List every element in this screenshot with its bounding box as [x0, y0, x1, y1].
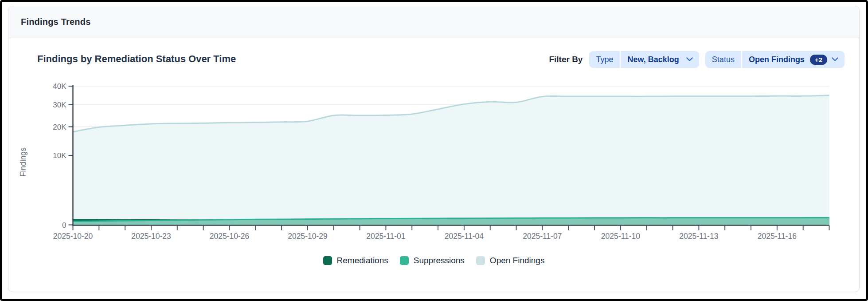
svg-text:2025-11-07: 2025-11-07: [523, 232, 562, 241]
svg-text:40K: 40K: [53, 82, 66, 91]
open-findings-area: [73, 95, 829, 225]
x-axis: 2025-10-202025-10-232025-10-262025-10-29…: [53, 226, 829, 241]
svg-text:30K: 30K: [53, 101, 66, 109]
findings-trends-page: Findings Trends Findings by Remediation …: [0, 0, 868, 301]
svg-text:20K: 20K: [53, 123, 66, 131]
svg-text:2025-11-04: 2025-11-04: [445, 232, 484, 241]
svg-text:2025-10-20: 2025-10-20: [53, 232, 93, 241]
y-axis: 010K20K30K40K: [53, 82, 73, 230]
svg-text:10K: 10K: [53, 151, 66, 160]
svg-text:2025-11-13: 2025-11-13: [679, 232, 718, 241]
svg-text:2025-11-10: 2025-11-10: [601, 232, 640, 241]
svg-text:0: 0: [62, 221, 66, 230]
svg-text:2025-11-01: 2025-11-01: [366, 232, 405, 241]
svg-text:2025-10-29: 2025-10-29: [288, 232, 328, 241]
svg-text:2025-10-26: 2025-10-26: [210, 232, 250, 241]
y-axis-title: Findings: [19, 147, 27, 177]
svg-text:2025-11-16: 2025-11-16: [758, 232, 797, 241]
findings-area-chart: 010K20K30K40K2025-10-202025-10-232025-10…: [0, 0, 868, 301]
svg-text:2025-10-23: 2025-10-23: [131, 232, 171, 241]
